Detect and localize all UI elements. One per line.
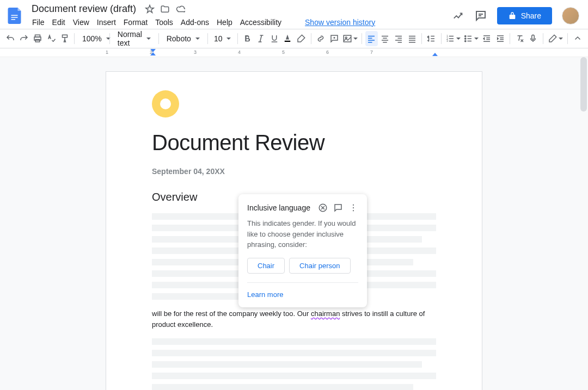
editing-mode-button[interactable]: [547, 31, 565, 46]
feedback-icon[interactable]: [333, 203, 343, 213]
fontsize-dropdown[interactable]: 10: [211, 31, 234, 46]
dismiss-icon[interactable]: [318, 203, 328, 213]
text-color-button[interactable]: [281, 31, 294, 46]
svg-rect-0: [11, 15, 18, 16]
scrollbar[interactable]: [580, 57, 587, 390]
style-dropdown[interactable]: Normal text: [113, 31, 155, 46]
ruler-tick: 6: [326, 49, 329, 55]
align-left-button[interactable]: [365, 31, 378, 46]
underline-button[interactable]: [268, 31, 280, 46]
menu-tools[interactable]: Tools: [151, 17, 177, 28]
suggestion-chip-2[interactable]: Chair person: [289, 258, 350, 274]
bold-button[interactable]: [241, 31, 253, 46]
menu-bar: File Edit View Insert Format Tools Add-o…: [28, 16, 452, 29]
link-button[interactable]: [314, 31, 327, 46]
redo-button[interactable]: [18, 31, 30, 46]
share-label: Share: [521, 11, 541, 20]
ruler-tick: 5: [282, 49, 285, 55]
comment-button[interactable]: [328, 31, 340, 46]
svg-rect-1: [11, 17, 18, 18]
menu-accessibility[interactable]: Accessibility: [236, 17, 285, 28]
menu-addons[interactable]: Add-ons: [177, 17, 213, 28]
docs-logo-icon: [5, 6, 25, 26]
suggestion-popup: Inclusive language This indicates gender…: [238, 194, 367, 307]
svg-point-45: [465, 40, 466, 41]
svg-rect-8: [62, 35, 67, 38]
voice-type-button[interactable]: [527, 31, 540, 46]
image-button[interactable]: [341, 31, 358, 46]
menu-view[interactable]: View: [69, 17, 93, 28]
font-dropdown[interactable]: Roboto: [162, 31, 204, 46]
ruler[interactable]: 1 2 3 4 5 6 7: [0, 48, 588, 57]
scroll-thumb[interactable]: [580, 57, 587, 112]
svg-rect-2: [11, 19, 16, 20]
svg-point-43: [465, 35, 466, 36]
menu-insert[interactable]: Insert: [93, 17, 120, 28]
menu-edit[interactable]: Edit: [48, 17, 69, 28]
highlight-button[interactable]: [295, 31, 308, 46]
ruler-tick: 4: [238, 49, 241, 55]
svg-point-63: [353, 205, 354, 206]
document-heading: Document Review: [152, 131, 436, 155]
indent-marker-right[interactable]: [432, 53, 438, 56]
learn-more-link[interactable]: Learn more: [247, 290, 358, 299]
clear-format-button[interactable]: [513, 31, 526, 46]
bullet-list-button[interactable]: [463, 31, 480, 46]
svg-rect-13: [285, 41, 291, 42]
title-area: Document review (draft) File Edit View I…: [28, 3, 452, 29]
undo-button[interactable]: [4, 31, 17, 46]
svg-line-11: [260, 35, 261, 42]
lock-icon: [508, 11, 517, 20]
indent-decrease-button[interactable]: [481, 31, 493, 46]
ruler-tick: 3: [194, 49, 197, 55]
document-title[interactable]: Document review (draft): [28, 2, 139, 16]
line-spacing-button[interactable]: [425, 31, 438, 46]
svg-point-64: [353, 207, 354, 208]
flagged-word[interactable]: chairman: [311, 309, 340, 318]
popup-body: This indicates gender. If you would like…: [247, 218, 358, 250]
zoom-dropdown[interactable]: 100%: [78, 31, 106, 46]
version-history-link[interactable]: Show version history: [305, 18, 375, 27]
print-button[interactable]: [32, 31, 44, 46]
toolbar: 100% Normal text Roboto 10 123: [0, 29, 588, 48]
user-avatar[interactable]: [562, 7, 579, 24]
ruler-tick: 7: [370, 49, 373, 55]
canvas-area: Document Review September 04, 20XX Overv…: [0, 57, 588, 390]
suggestion-chip-1[interactable]: Chair: [247, 258, 285, 274]
indent-marker-left[interactable]: [150, 49, 156, 55]
more-icon[interactable]: [348, 203, 358, 213]
svg-text:3: 3: [446, 40, 448, 42]
align-right-button[interactable]: [393, 31, 405, 46]
comments-icon[interactable]: [474, 9, 487, 22]
star-icon[interactable]: [145, 4, 155, 14]
docs-logo[interactable]: [4, 5, 26, 27]
document-logo-icon: [152, 90, 179, 117]
activity-icon[interactable]: [452, 10, 464, 22]
svg-point-44: [465, 38, 466, 39]
document-date: September 04, 20XX: [152, 167, 436, 176]
align-center-button[interactable]: [379, 31, 391, 46]
svg-point-65: [353, 210, 354, 211]
body-text: will be for the rest of the company week…: [152, 308, 436, 330]
paint-format-button[interactable]: [58, 31, 71, 46]
share-button[interactable]: Share: [497, 7, 552, 24]
menu-file[interactable]: File: [28, 17, 48, 28]
folder-move-icon[interactable]: [160, 4, 170, 14]
numbered-list-button[interactable]: 123: [445, 31, 462, 46]
menu-format[interactable]: Format: [120, 17, 151, 28]
italic-button[interactable]: [254, 31, 267, 46]
placeholder-block: [152, 338, 436, 390]
popup-title: Inclusive language: [247, 203, 318, 212]
ruler-tick: 1: [106, 49, 108, 55]
cloud-status-icon[interactable]: [175, 4, 185, 14]
menu-help[interactable]: Help: [213, 17, 236, 28]
app-header: Document review (draft) File Edit View I…: [0, 0, 588, 29]
collapse-button[interactable]: [571, 31, 584, 46]
svg-rect-59: [532, 35, 535, 39]
align-justify-button[interactable]: [406, 31, 418, 46]
spellcheck-button[interactable]: [45, 31, 57, 46]
indent-increase-button[interactable]: [494, 31, 506, 46]
